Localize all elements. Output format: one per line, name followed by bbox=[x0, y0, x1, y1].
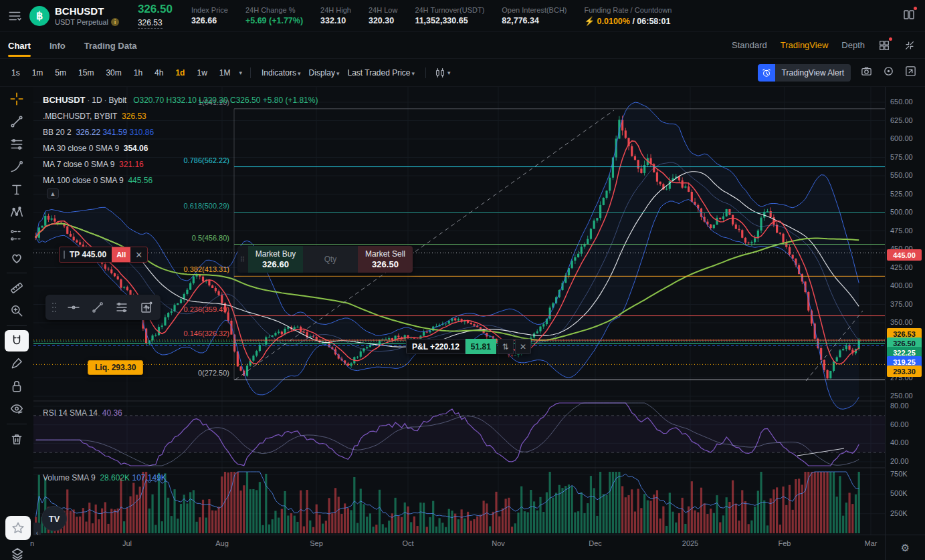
axis-settings-gear-icon[interactable]: ⚙ bbox=[885, 535, 925, 560]
bch-coin-logo: ฿ bbox=[29, 6, 49, 26]
menu-last-traded-price[interactable]: Last Traded Price▾ bbox=[344, 65, 417, 80]
drag-handle-icon[interactable]: ⠿ bbox=[237, 246, 248, 273]
tab-trading-data[interactable]: Trading Data bbox=[84, 35, 137, 56]
close-position-icon[interactable]: ✕ bbox=[515, 339, 531, 354]
volume-legend[interactable]: Volume SMA 9 28.602K 107.149K bbox=[43, 473, 167, 482]
ruler-icon[interactable] bbox=[5, 277, 29, 299]
trend-line-icon[interactable] bbox=[5, 111, 29, 132]
main-menu-icon[interactable] bbox=[0, 9, 29, 23]
pnl-widget[interactable]: P&L +220.12 51.81 ⇅ ✕ bbox=[406, 339, 531, 354]
rsi-tick: 60.00 bbox=[890, 420, 909, 428]
timeframe-row: 1s1m5m15m30m1h4h1d1w1M▾Indicators▾Displa… bbox=[7, 65, 451, 80]
trading-terminal: ฿ BCHUSDT USDT Perpetual i 326.50 326.53… bbox=[0, 0, 925, 560]
panel-collapse-handle[interactable]: ‹ bbox=[33, 523, 41, 535]
magnet-icon[interactable] bbox=[5, 330, 29, 352]
price-axis[interactable]: 650.00625.00600.00575.00550.00525.00500.… bbox=[885, 87, 925, 535]
time-tick-Sep: Sep bbox=[310, 539, 323, 547]
fib-retracement-icon[interactable] bbox=[5, 134, 29, 155]
legend-ma100-row[interactable]: MA 100 close 0 SMA 9 445.56 bbox=[43, 172, 318, 188]
drag-handle-icon[interactable] bbox=[49, 297, 59, 317]
mode-standard[interactable]: Standard bbox=[732, 40, 767, 50]
market-order-widget[interactable]: ⠿ Market Buy 326.60 Qty Market Sell 326.… bbox=[237, 246, 413, 273]
object-tree-icon[interactable] bbox=[9, 547, 25, 560]
legend-collapse-button[interactable]: ▲ bbox=[47, 188, 59, 198]
divider bbox=[7, 273, 27, 273]
menu-indicators[interactable]: Indicators▾ bbox=[259, 65, 304, 80]
xabcd-pattern-icon[interactable] bbox=[5, 202, 29, 223]
tp-qty-badge[interactable]: All bbox=[112, 247, 130, 262]
market-buy-button[interactable]: Market Buy 326.60 bbox=[248, 246, 303, 273]
horizontal-line-tool-icon[interactable] bbox=[63, 297, 83, 317]
chart-canvas[interactable]: 1(641.10)0.786(562.22)0.618(500.29)0.5(4… bbox=[33, 87, 885, 535]
target-icon[interactable] bbox=[882, 65, 895, 80]
axis-tool-icon[interactable] bbox=[136, 297, 157, 317]
chevron-down-icon: ▾ bbox=[239, 69, 242, 76]
tab-chart[interactable]: Chart bbox=[8, 35, 31, 56]
header-stat-index-price: Index Price326.66 bbox=[191, 6, 228, 26]
tab-bar: ChartInfoTrading Data StandardTradingVie… bbox=[0, 32, 925, 59]
menu-display[interactable]: Display▾ bbox=[306, 65, 342, 80]
toolbar-right: TradingView Alert bbox=[758, 64, 917, 82]
fullscreen-icon[interactable] bbox=[904, 65, 917, 80]
brush-icon[interactable] bbox=[5, 156, 29, 178]
tp-close-icon[interactable]: ✕ bbox=[130, 250, 147, 260]
symbol-name[interactable]: BCHUSDT bbox=[55, 5, 119, 17]
timeframe-1d[interactable]: 1d bbox=[171, 65, 189, 80]
timeframe-15m[interactable]: 15m bbox=[74, 65, 98, 80]
timeframe-1m[interactable]: 1M bbox=[215, 65, 235, 80]
candle-style-icon[interactable]: ▾ bbox=[434, 67, 451, 79]
chevron-down-icon: ▾ bbox=[447, 69, 451, 76]
lock-drawings-icon[interactable] bbox=[5, 376, 29, 397]
chevron-down-icon: ▾ bbox=[412, 70, 415, 77]
rsi-tick: 40.00 bbox=[890, 438, 909, 446]
price-badge-293.30: 293.30 bbox=[887, 366, 922, 377]
mode-tradingview[interactable]: TradingView bbox=[781, 40, 829, 50]
symbol-block[interactable]: BCHUSDT USDT Perpetual i bbox=[55, 5, 119, 26]
legend-index-row[interactable]: .MBCHUSDT, BYBIT 326.53 bbox=[43, 108, 318, 124]
rsi-legend[interactable]: RSI 14 SMA 14 40.36 bbox=[43, 408, 122, 418]
alarm-clock-icon bbox=[758, 64, 775, 82]
tab-info[interactable]: Info bbox=[49, 35, 66, 56]
timeframe-1h[interactable]: 1h bbox=[129, 65, 147, 80]
market-sell-button[interactable]: Market Sell 326.50 bbox=[358, 246, 413, 273]
minimize-icon[interactable] bbox=[904, 39, 916, 51]
text-icon[interactable] bbox=[5, 179, 29, 200]
timeframe-1s[interactable]: 1s bbox=[7, 65, 25, 80]
draw-unlock-icon[interactable] bbox=[5, 353, 29, 374]
timeframe-4h[interactable]: 4h bbox=[150, 65, 168, 80]
timeframe-1m[interactable]: 1m bbox=[27, 65, 48, 80]
emoji-icon[interactable] bbox=[5, 247, 29, 269]
remove-drawings-icon[interactable] bbox=[5, 428, 29, 450]
zoom-in-icon[interactable] bbox=[5, 300, 29, 321]
grid-layout-icon[interactable] bbox=[878, 39, 890, 51]
reverse-position-icon[interactable]: ⇅ bbox=[498, 339, 514, 354]
mode-depth[interactable]: Depth bbox=[841, 40, 865, 50]
info-icon[interactable]: i bbox=[111, 18, 119, 26]
hide-drawings-icon[interactable] bbox=[5, 398, 29, 420]
legend-ma7-row[interactable]: MA 7 close 0 SMA 9 321.16 bbox=[43, 156, 318, 172]
price-tick: 375.00 bbox=[890, 300, 913, 308]
timeframe-30m[interactable]: 30m bbox=[101, 65, 126, 80]
floating-drawing-toolbar[interactable] bbox=[45, 295, 161, 320]
favorites-star-button[interactable] bbox=[5, 516, 31, 540]
fib-tool-icon[interactable] bbox=[112, 297, 132, 317]
screenshot-icon[interactable] bbox=[860, 65, 873, 80]
tradingview-logo[interactable]: TV bbox=[41, 506, 67, 531]
time-tick-Feb: Feb bbox=[779, 539, 791, 547]
crosshair-icon[interactable] bbox=[5, 88, 29, 110]
tp-order-tag[interactable]: TP 445.00 All ✕ bbox=[59, 247, 148, 263]
legend-ma30-row[interactable]: MA 30 close 0 SMA 9 354.06 bbox=[43, 140, 318, 156]
time-tick-Aug: Aug bbox=[215, 539, 229, 547]
timeframe-1w[interactable]: 1w bbox=[192, 65, 211, 80]
legend-symbol-row[interactable]: BCHUSDT · 1D · Bybit O320.70 H332.10 L32… bbox=[43, 92, 318, 108]
forecast-icon[interactable] bbox=[5, 225, 29, 246]
orderbook-icon[interactable] bbox=[902, 8, 916, 24]
qty-field[interactable]: Qty bbox=[303, 246, 358, 273]
header: ฿ BCHUSDT USDT Perpetual i 326.50 326.53… bbox=[0, 0, 925, 32]
trend-line-tool-icon[interactable] bbox=[88, 297, 108, 317]
timeframe-5m[interactable]: 5m bbox=[50, 65, 71, 80]
mark-price[interactable]: 326.53 bbox=[138, 18, 163, 29]
legend-bb-row[interactable]: BB 20 2 326.22 341.59 310.86 bbox=[43, 124, 318, 140]
time-axis[interactable]: nJulAugSepOctNovDec2025FebMar bbox=[33, 535, 885, 560]
tradingview-alert-button[interactable]: TradingView Alert bbox=[758, 64, 851, 82]
